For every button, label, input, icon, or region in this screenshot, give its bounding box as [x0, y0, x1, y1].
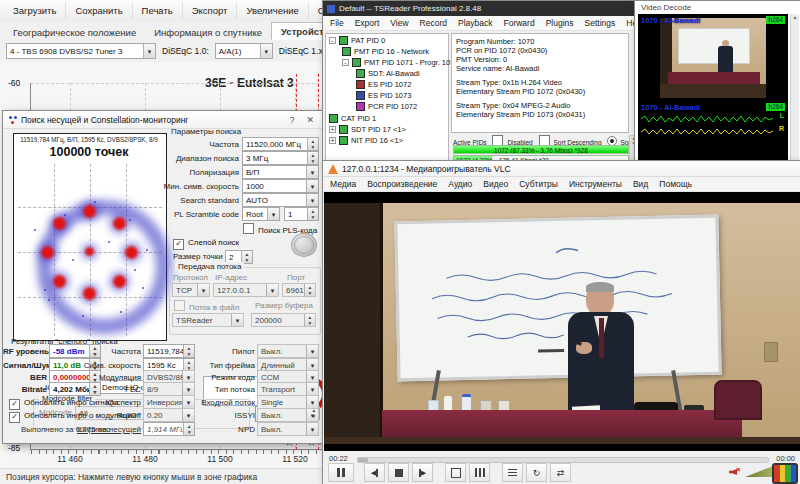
stream-to-file-checkbox-box[interactable] — [174, 300, 185, 311]
audio-monitor-block: 1070 - Al-Bawadi h264 L R — [638, 102, 788, 160]
freq-stepper[interactable]: 11520,000 МГц — [242, 137, 319, 151]
menu-subtitles[interactable]: Субтитры — [519, 179, 558, 189]
tree-item[interactable]: PMT PID 16 - Network — [354, 47, 429, 56]
stream-title-overlay: 1070 - Al-Bawadi — [641, 103, 700, 112]
tree-item[interactable]: ES PID 1072 — [368, 80, 411, 89]
polarization-select[interactable]: В/П — [242, 165, 319, 179]
result-rolloff-label: RollOff — [77, 411, 141, 420]
menu-video[interactable]: Видео — [483, 179, 508, 189]
menu-help[interactable]: Помощь — [659, 179, 692, 189]
tree-item[interactable]: PMT PID 1071 - Progr. 1070 — [364, 58, 459, 67]
tree-expand-icon[interactable]: + — [329, 126, 336, 133]
help-button[interactable]: ? — [285, 115, 298, 125]
reader-select[interactable]: TSReader — [172, 313, 244, 327]
tree-item[interactable]: ES PID 1073 — [368, 91, 411, 100]
carrier-width-link[interactable]: Ширина несущей — [77, 425, 141, 434]
info-line: PCR on PID 1072 (0x0430) — [456, 46, 626, 55]
pl-scramble-mode-select[interactable]: Root — [242, 207, 280, 221]
update-signal-checkbox-box[interactable] — [9, 399, 20, 410]
constellation-cluster — [41, 246, 54, 259]
menu-view[interactable]: View — [390, 18, 408, 28]
ip-label: IP-адрес — [215, 273, 247, 282]
vlc-titlebar[interactable]: 127.0.0.1:1234 - Медиапроигрыватель VLC — [323, 161, 800, 177]
buffer-size-stepper[interactable]: 200000 — [251, 313, 316, 327]
loop-button[interactable]: ↻ — [526, 463, 547, 482]
tree-expand-icon[interactable]: + — [329, 137, 336, 144]
tree-expand-icon[interactable]: - — [329, 37, 336, 44]
tree-item[interactable]: PAT PID 0 — [351, 36, 385, 45]
next-button[interactable]: ▶ — [412, 463, 433, 482]
tsreader-titlebar[interactable]: Default -- TSReader Professional 2.8.48 — [323, 1, 635, 16]
protocol-select[interactable]: TCP — [172, 283, 210, 297]
menu-file[interactable]: File — [330, 18, 344, 28]
playlist-button[interactable] — [502, 463, 523, 482]
chair — [714, 380, 762, 420]
update-modulation-checkbox-box[interactable] — [9, 412, 20, 423]
menu-tools[interactable]: Инструменты — [569, 179, 622, 189]
toolbar-save-button[interactable]: Сохранить — [66, 2, 132, 19]
pid-rate-bar[interactable]: 1072 (87.33% - 3.76 Mbps) *928 — [453, 145, 629, 154]
left-channel-label: L — [780, 112, 784, 119]
video-decode-scrollbar[interactable]: ▲ — [790, 14, 799, 160]
search-standard-select[interactable]: AUTO — [242, 193, 319, 207]
result-modulation-label: Модуляция — [77, 373, 141, 382]
toolbar-print-button[interactable]: Печать — [133, 2, 183, 19]
menu-media[interactable]: Медиа — [330, 179, 356, 189]
menu-playback[interactable]: Playback — [458, 18, 493, 28]
mute-button[interactable]: × — [729, 467, 741, 477]
previous-button[interactable]: ◀ — [364, 463, 385, 482]
toolbar-load-button[interactable]: Загрузить — [4, 2, 66, 19]
carrier-search-titlebar[interactable]: Поиск несущей и Constellation-мониторинг… — [3, 111, 323, 129]
menu-record[interactable]: Record — [420, 18, 447, 28]
extended-settings-button[interactable] — [469, 463, 490, 482]
program-info-pane[interactable]: Program Number: 1070 PCR on PID 1072 (0x… — [451, 33, 629, 133]
whiteboard — [394, 215, 721, 382]
tuner-select[interactable]: 4 - TBS 6908 DVBS/S2 Tuner 3 — [6, 43, 156, 59]
floor — [324, 437, 800, 444]
tab-geo-position[interactable]: Географическое положение — [4, 24, 145, 40]
menu-audio[interactable]: Аудио — [448, 179, 472, 189]
toolbar-zoom-button[interactable]: Увеличение — [237, 2, 308, 19]
diseqc10-select[interactable]: A/A(1) — [215, 43, 273, 59]
constellation-plot[interactable]: 11519,784 МГц, В/П, 1595 Кс, DVBS2/8PSK,… — [13, 133, 167, 341]
range-stepper[interactable]: 3 МГц — [242, 151, 319, 165]
toolbar-export-button[interactable]: Экспорт — [183, 2, 238, 19]
tree-item[interactable]: SDT PID 17 <1> — [351, 125, 406, 134]
menu-plugins[interactable]: Plugins — [546, 18, 574, 28]
port-stepper[interactable]: 6961 — [282, 283, 316, 297]
shuffle-button[interactable]: ⇄ — [550, 463, 571, 482]
tree-item[interactable]: NIT PID 16 <1> — [351, 136, 403, 145]
tree-item[interactable]: SDT: Al-Bawadi — [368, 69, 420, 78]
pid-tree-pane[interactable]: -PAT PID 0 PMT PID 16 - Network -PMT PID… — [325, 33, 449, 161]
pause-button[interactable] — [328, 463, 354, 482]
vlc-video-area[interactable] — [324, 192, 800, 451]
menu-view[interactable]: Вид — [633, 179, 648, 189]
menu-settings[interactable]: Settings — [585, 18, 616, 28]
table-icon — [329, 114, 338, 123]
stop-button[interactable] — [388, 463, 409, 482]
video-decode-thumbnail[interactable]: 1070 - Al-Bawadi h264 — [638, 14, 788, 102]
bitrate-value: 4,202 Мбит — [49, 382, 101, 396]
table-icon — [342, 47, 351, 56]
stream-type-label: Тип потока — [199, 385, 255, 394]
pl-scramble-value-stepper[interactable]: 1 — [284, 207, 319, 221]
volume-slider[interactable] — [745, 466, 773, 477]
fullscreen-button[interactable] — [445, 463, 466, 482]
menu-forward[interactable]: Forward — [503, 18, 534, 28]
blind-search-checkbox[interactable]: Слепой поиск — [173, 238, 239, 250]
stream-to-file-checkbox[interactable]: Поток в файл — [174, 300, 239, 312]
min-symrate-select[interactable]: 1000 — [242, 179, 319, 193]
whiteboard — [678, 28, 750, 64]
tree-item[interactable]: CAT PID 1 — [341, 114, 376, 123]
menu-playback[interactable]: Воспроизведение — [367, 179, 437, 189]
tab-satellite-info[interactable]: Информация о спутнике — [145, 24, 271, 40]
rf-level-value: -58 dBm — [49, 344, 101, 358]
close-button[interactable]: ✕ — [302, 115, 318, 125]
menu-export[interactable]: Export — [355, 18, 380, 28]
blind-search-checkbox-box[interactable] — [173, 239, 184, 250]
tree-expand-icon[interactable]: - — [342, 59, 349, 66]
pls-search-checkbox-box[interactable] — [243, 223, 254, 234]
ip-select[interactable]: 127.0.0.1 — [213, 283, 279, 297]
tsreader-window: Default -- TSReader Professional 2.8.48 … — [322, 0, 636, 164]
tree-item[interactable]: PCR PID 1072 — [368, 102, 417, 111]
